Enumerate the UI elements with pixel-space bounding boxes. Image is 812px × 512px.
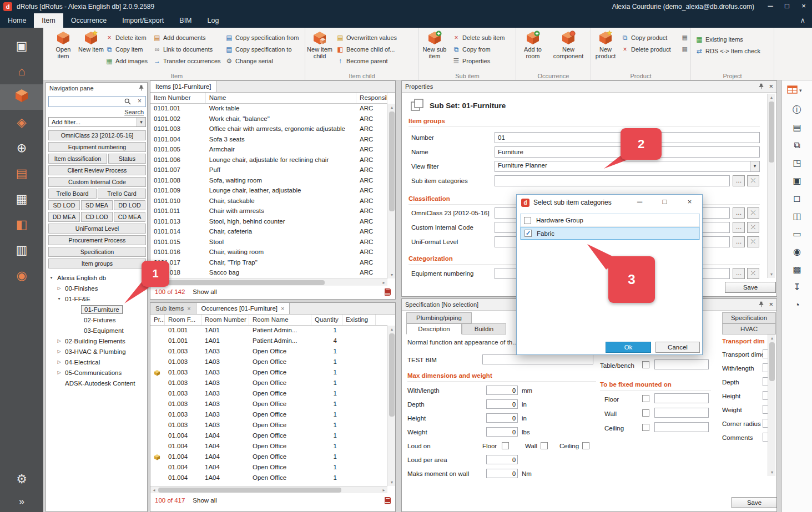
document-view-icon[interactable]: ▭ [793,229,801,239]
table-row[interactable]: 01.0041A04Open Office1 [150,463,387,473]
table-row[interactable]: 01.0011A01Patient Admin...4 [150,336,387,347]
table-row[interactable]: 0101.004Sofa 3 seatsARC [150,135,387,145]
delete-product-options-icon[interactable]: ▦ [682,45,688,53]
packages-icon[interactable]: ▣ [0,33,43,59]
pin-icon[interactable] [758,83,764,90]
equipment-browse-button[interactable]: … [733,268,745,279]
sub-item-categories-field[interactable] [495,175,730,186]
filter-equipment-numbering[interactable]: Equipment numbering [48,142,146,152]
tab-description[interactable]: Description [406,323,462,334]
link-to-documents-button[interactable]: ∞Link to documents [153,43,223,55]
info-icon[interactable]: ⓘ [793,105,801,114]
chevron-down-icon[interactable]: ▾ [137,118,145,126]
new-component-button[interactable]: New component [552,30,585,59]
close-tab-icon[interactable]: × [281,303,284,314]
table-row[interactable]: 0101.008Sofa, waiting roomARC [150,176,387,186]
table-row[interactable]: 0101.015StoolARC [150,237,387,248]
tree-item[interactable]: 03-Equipment [47,325,146,336]
export-icon[interactable]: ↧ [793,282,800,292]
items-icon[interactable] [0,84,43,110]
table-row[interactable]: 0101.003Office chair with armrests, ergo… [150,124,387,135]
filter-dd-mea[interactable]: DD MEA [48,212,80,222]
camera-icon[interactable]: ◉ [793,247,801,256]
collapse-ribbon-icon[interactable]: ∧ [800,13,805,28]
table-row[interactable]: 0101.010Chair, stackableARC [150,196,387,207]
category-checkbox[interactable] [524,217,531,224]
table-row[interactable]: 01.0031A03Open Office1 [150,389,387,399]
omniclass-clear-button[interactable]: ⤫ [747,207,759,219]
test-bim-field[interactable] [482,354,593,364]
filter-dd-lod[interactable]: DD LOD [114,200,145,210]
table-row[interactable]: 01.0031A03Open Office1 [150,410,387,420]
items-tab[interactable]: Items [01-Furniture] [150,81,216,92]
open-item-button[interactable]: Open item [50,30,77,59]
properties-button[interactable]: ☰Properties [452,55,513,67]
database-icon[interactable]: ▤ [0,161,43,186]
tab-bim[interactable]: BIM [172,13,199,28]
delete-product-button[interactable]: ×Delete product▦ [621,43,688,55]
add-images-button[interactable]: ▦Add images [105,55,151,67]
filter-item-classification[interactable]: Item classification [48,154,107,164]
occurrences-show-all-link[interactable]: Show all [193,497,216,504]
add-documents-button[interactable]: ▤Add documents [153,32,223,43]
column-quantity[interactable]: Quantity [311,315,342,325]
report-book-icon[interactable] [385,497,391,504]
tab-specification[interactable]: Specification [722,312,776,323]
save-button[interactable]: Save [725,282,776,293]
rds-item-check-button[interactable]: ⇄RDS <-> Item check [695,45,772,57]
tab-occurrence[interactable]: Occurrence [63,13,115,28]
tree-collapse-arrow-icon[interactable]: ▾ [56,296,62,301]
overwritten-values-button[interactable]: ▤Overwritten values [336,32,416,43]
table-row[interactable]: 01.0041A04Open Office1 [150,442,387,452]
table-row[interactable]: 01.0031A03Open Office1 [150,378,387,389]
components-icon[interactable]: ◈ [0,110,43,135]
table-row[interactable]: 0101.007PuffARC [150,165,387,176]
custom-code-clear-button[interactable]: ⤫ [747,222,759,233]
table-row[interactable]: 01.0031A03Open Office1 [150,357,387,368]
close-panel-icon[interactable]: × [769,83,773,90]
table-row[interactable]: 0101.002Work chair, "balance"ARC [150,114,387,125]
box-view-icon[interactable]: ◻ [793,194,800,203]
clear-search-icon[interactable]: × [138,97,142,105]
equipment-clear-button[interactable]: ⤫ [747,268,759,279]
transfer-occurrences-button[interactable]: →Transfer occurrences [153,55,223,67]
category-list-item[interactable]: ✓Fabric [521,227,699,240]
search-input[interactable]: × [48,96,146,107]
report-book-icon[interactable] [385,288,391,296]
rooms-icon[interactable]: ⌂ [0,59,43,84]
loud-wall-checkbox[interactable] [541,442,548,449]
save-button[interactable]: Save [732,497,777,508]
filter-procurement-process[interactable]: Procurement Process [48,235,146,245]
tab-building[interactable]: Buildin [462,323,506,334]
sub-item-categories-browse-button[interactable]: … [733,175,745,186]
loud-per-area-field[interactable] [486,455,518,464]
maks-moment-field[interactable] [486,469,518,478]
layers-icon[interactable]: ▩ [793,265,801,274]
tree-expand-arrow-icon[interactable]: ▷ [56,359,62,364]
copy-item-button[interactable]: ⧉Copy item [105,43,151,55]
filter-uniformat-level[interactable]: UniFormat Level [48,224,146,234]
table-row[interactable]: 01.0041A04Open Office1 [150,452,387,463]
attachments-icon[interactable]: ⊕ [0,135,43,161]
properties-vertical-scrollbar[interactable]: ▴ ▾ [767,94,775,278]
fixed-wall-checkbox[interactable] [642,409,649,417]
omniclass-browse-button[interactable]: … [733,207,745,219]
occurrences-vertical-scrollbar[interactable]: ▴ ▾ [387,326,395,486]
pin-icon[interactable] [758,301,764,308]
tree-item[interactable]: ▷05-Communications [47,367,146,378]
new-item-button[interactable]: New item [78,30,104,53]
expand-rail-icon[interactable]: » [0,496,43,508]
tree-item[interactable]: ▷03-HVAC & Plumbing [47,346,146,357]
table-row[interactable]: 01.0031A03Open Office1 [150,347,387,357]
change-serial-button[interactable]: ⚙Change serial [225,55,303,67]
existing-items-button[interactable]: ▦Existing items [695,33,772,45]
occurrences-tab[interactable]: Occurrences [01-Furniture]× [196,303,290,314]
reports-icon[interactable]: ▥ [0,237,43,263]
column-room-number[interactable]: Room Number [201,315,249,325]
components-view-icon[interactable]: ▣ [793,176,801,185]
copy-product-button[interactable]: ⧉Copy product▦ [621,32,688,43]
tab-home[interactable]: Home [0,13,34,28]
sub-items-tab[interactable]: Sub items× [150,303,196,314]
close-button[interactable]: × [795,0,812,13]
table-bench-field[interactable] [654,359,709,369]
